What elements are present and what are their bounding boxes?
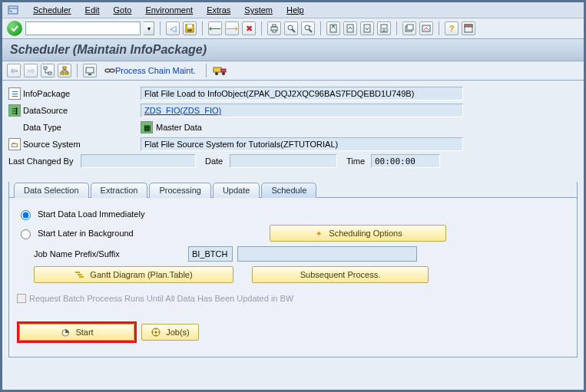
menu-system[interactable]: System — [244, 5, 273, 15]
last-changed-by-label: Last Changed By — [8, 156, 73, 166]
svg-rect-24 — [44, 67, 47, 69]
svg-rect-20 — [407, 25, 413, 30]
svg-rect-7 — [273, 30, 276, 32]
hierarchy-icon[interactable] — [58, 64, 71, 77]
nav-forward-icon[interactable]: ⇨ — [24, 64, 38, 77]
infopackage-icon: ☰ — [8, 87, 21, 100]
start-button-highlight: Start — [17, 321, 137, 343]
svg-rect-16 — [364, 25, 370, 32]
menu-help[interactable]: Help — [286, 5, 304, 15]
start-button-label: Start — [75, 328, 93, 337]
enter-icon[interactable] — [7, 21, 22, 36]
svg-rect-41 — [75, 272, 80, 273]
sap-window: Scheduler Edit Goto Environment Extras S… — [0, 0, 586, 392]
svg-rect-21 — [422, 25, 430, 31]
infopackage-field[interactable]: Flat File Load to InfoObject(ZPAK_DQJ2XQ… — [141, 87, 463, 100]
find-icon[interactable] — [284, 21, 298, 35]
svg-point-35 — [105, 69, 110, 72]
time-label: Time — [339, 156, 369, 166]
svg-point-45 — [155, 331, 157, 334]
source-system-field: Flat File Source System for Tutorials(ZF… — [141, 137, 463, 151]
menu-extras[interactable]: Extras — [207, 5, 230, 15]
menu-bar: Scheduler Edit Goto Environment Extras S… — [2, 2, 584, 18]
gantt-icon — [74, 269, 85, 280]
datasource-label: DataSource — [23, 106, 68, 115]
save-icon[interactable] — [183, 21, 197, 35]
prev-page-icon[interactable] — [343, 21, 357, 35]
page-title: Scheduler (Maintain InfoPackage) — [2, 39, 584, 61]
svg-rect-23 — [465, 25, 472, 27]
application-toolbar: ⇦ ⇨ Process Chain Maint. — [2, 61, 584, 81]
layout-menu-icon[interactable] — [462, 21, 475, 35]
command-field[interactable] — [25, 21, 141, 35]
clock-icon — [60, 327, 71, 338]
svg-point-36 — [110, 69, 114, 72]
batch-checkbox-row: Request Batch Proceess Runs Until All Da… — [17, 294, 569, 303]
radio-start-later[interactable] — [21, 229, 31, 239]
tree-icon[interactable] — [41, 64, 55, 77]
menu-edit[interactable]: Edit — [85, 5, 100, 15]
jobs-button-label: Job(s) — [166, 328, 190, 337]
batch-checkbox — [17, 294, 26, 303]
system-menu-icon[interactable] — [7, 4, 19, 16]
svg-rect-4 — [187, 29, 192, 31]
svg-rect-37 — [214, 68, 221, 72]
scheduling-options-label: Scheduling Options — [329, 229, 402, 238]
back-green-icon[interactable]: ⟵ — [208, 21, 222, 35]
command-history-dropdown[interactable]: ▾ — [144, 21, 154, 35]
svg-point-40 — [222, 72, 225, 75]
truck-icon[interactable] — [212, 64, 229, 77]
chain-icon — [104, 65, 115, 76]
wand-icon: ✦ — [313, 228, 324, 239]
job-prefix-label: Job Name Prefix/Suffix — [34, 249, 184, 259]
menu-goto[interactable]: Goto — [114, 5, 132, 15]
back-icon[interactable]: ◁ — [166, 21, 180, 35]
svg-rect-26 — [63, 67, 66, 69]
datasource-field[interactable]: ZDS_FIO(ZDS_FIO) — [141, 104, 463, 117]
svg-line-9 — [292, 29, 295, 32]
date-label: Date — [197, 156, 228, 166]
first-page-icon[interactable] — [326, 21, 340, 35]
content-area: ☰ InfoPackage Flat File Load to InfoObje… — [2, 81, 584, 362]
new-session-icon[interactable] — [402, 21, 416, 35]
start-button[interactable]: Start — [19, 324, 134, 341]
menu-scheduler[interactable]: Scheduler — [33, 5, 71, 15]
subsequent-process-button[interactable]: Subsequent Process. — [252, 266, 429, 283]
job-prefix-field: BI_BTCH — [188, 246, 233, 262]
menu-environment[interactable]: Environment — [145, 5, 193, 15]
process-chain-button[interactable]: Process Chain Maint. — [100, 64, 200, 77]
master-data-icon: ▦ — [141, 121, 153, 133]
svg-rect-3 — [187, 25, 192, 28]
help-icon[interactable]: ? — [445, 21, 459, 35]
gantt-diagram-button[interactable]: Gantt Diagram (Plan.Table) — [34, 266, 233, 283]
next-page-icon[interactable] — [360, 21, 374, 35]
jobs-icon — [151, 327, 161, 338]
tab-extraction[interactable]: Extraction — [91, 183, 148, 198]
last-page-icon[interactable] — [377, 21, 391, 35]
cancel-icon[interactable]: ✖ — [242, 21, 256, 35]
process-chain-label: Process Chain Maint. — [115, 66, 196, 75]
scheduling-options-button[interactable]: ✦ Scheduling Options — [270, 225, 446, 242]
datatype-value: Master Data — [156, 123, 202, 132]
tab-update[interactable]: Update — [213, 183, 260, 198]
radio-start-immediately[interactable] — [21, 210, 31, 220]
tab-data-selection[interactable]: Data Selection — [14, 183, 89, 198]
standard-toolbar: ▾ ◁ ⟵ ⟶ ✖ + — [2, 18, 584, 39]
monitor-icon[interactable] — [83, 64, 97, 77]
radio-start-immediately-label: Start Data Load Immediately — [38, 209, 144, 219]
date-field — [230, 154, 337, 168]
shortcut-icon[interactable] — [419, 21, 433, 35]
source-system-label: Source System — [23, 140, 81, 149]
svg-rect-43 — [79, 276, 84, 278]
jobs-button[interactable]: Job(s) — [141, 324, 199, 341]
tab-processing[interactable]: Processing — [149, 183, 210, 198]
nav-back-icon[interactable]: ⇦ — [7, 64, 21, 77]
svg-point-39 — [215, 72, 218, 75]
infopackage-label: InfoPackage — [23, 89, 70, 98]
tab-schedule[interactable]: Schedule — [261, 183, 316, 198]
print-icon[interactable] — [267, 21, 281, 35]
exit-icon[interactable]: ⟶ — [225, 21, 239, 35]
job-suffix-field — [237, 246, 417, 262]
time-field: 00:00:00 — [371, 154, 440, 168]
find-next-icon[interactable]: + — [301, 21, 315, 35]
